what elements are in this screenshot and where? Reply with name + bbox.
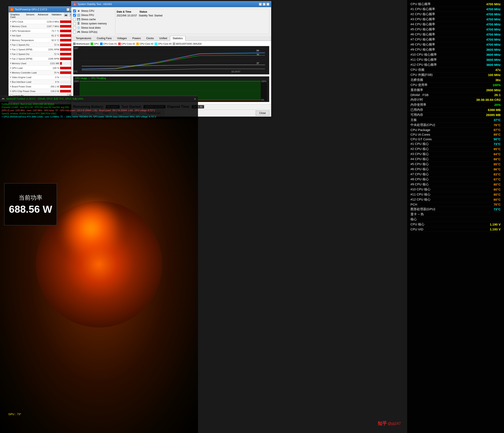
sensor-row-6: ▼ Fan 1 Speed (RPM) 2291 RPM xyxy=(9,47,79,52)
sensor-row-2: ▼ GPU Temperature 73.7 °C xyxy=(9,29,79,33)
right-value-24: 76°C xyxy=(494,123,501,127)
right-value-23: 37°C xyxy=(494,118,501,122)
stress-fpu-item: 🔢 Stress FPU xyxy=(73,13,115,17)
sensor-name-9: ▼ Memory Used xyxy=(9,62,43,65)
right-row-1: #1 CPU 核心频率 4700 MHz xyxy=(411,7,501,12)
tab-voltages[interactable]: Voltages xyxy=(114,36,130,41)
gpuz-menu-advanced[interactable]: Advanced xyxy=(37,13,49,19)
right-row-35: #8 CPU 核心 87°C xyxy=(411,177,501,182)
gpuz-menu-validation[interactable]: Validation xyxy=(51,13,63,19)
right-row-22: 可用内存 26085 MB xyxy=(411,112,501,117)
chart-legend: Motherboard CPU CPU Core #1 CPU Core #2 … xyxy=(73,43,269,45)
sensor-name-0: ▼ GPU Clock xyxy=(9,20,43,23)
furmark-line3: [GPU-Z] core: 1155 MHz - mem: 1187 MHz -… xyxy=(2,109,196,112)
gpuz-menu-graphics-card[interactable]: Graphics Card xyxy=(9,13,23,19)
aida-title: System Stability Test - AIDA64 xyxy=(78,3,112,6)
sensor-name-11: ▼ Memory Controller Load xyxy=(9,71,43,74)
legend-core2: CPU Core #2 xyxy=(118,43,135,45)
right-row-26: CPU IA Cores 89°C xyxy=(411,132,501,137)
stress-cache-checkbox[interactable] xyxy=(73,18,76,21)
sensor-name-4: ▼ Memory Temperature xyxy=(9,39,43,42)
tab-statistics[interactable]: Statistics xyxy=(170,36,186,41)
stress-memory-item: 🗄 Stress system memory xyxy=(73,21,115,26)
legend-wds: WDS100T3X0C-00SJG0 xyxy=(173,43,202,45)
stress-gpu-checkbox[interactable] xyxy=(73,31,76,34)
tab-cooling-fans[interactable]: Cooling Fans xyxy=(94,36,114,41)
sensor-name-13: ▼ Bus Interface Load xyxy=(9,81,43,83)
gpuz-camera-icon[interactable]: 📷 xyxy=(64,13,68,17)
legend-label-cpu: CPU xyxy=(94,43,99,45)
watermark: 知乎 @pj247 xyxy=(378,420,401,427)
tab-unified[interactable]: Unified xyxy=(156,36,170,41)
stress-fpu-checkbox[interactable] xyxy=(73,14,76,17)
gpuz-titlebar: G TechPowerUp GPU-Z 2.47.0 ─ □ ✕ xyxy=(9,7,79,12)
furmark-line4: OpenGL renderer: NVIDIA GeForce RTX 3080… xyxy=(2,112,196,115)
right-row-25: CPU Package 87°C xyxy=(411,128,501,132)
right-value-38: 80°C xyxy=(494,193,501,196)
stress-cache-label: Stress cache xyxy=(81,18,96,21)
right-row-41: 图形处理器(GPU) 73°C xyxy=(411,207,501,212)
svg-text:0°C: 0°C xyxy=(74,70,78,73)
gpuz-minimize-btn[interactable]: ─ xyxy=(67,8,70,11)
furmark-close-btn[interactable]: ✕ xyxy=(194,97,196,101)
right-row-27: CPU GT Cores 50°C xyxy=(411,137,501,142)
right-row-37: #10 CPU 核心 80°C xyxy=(411,187,501,192)
furmark-app-icon: 🎮 xyxy=(2,98,5,100)
right-label-26: CPU IA Cores xyxy=(411,133,430,136)
stress-cpu-icon: 🖥 xyxy=(77,9,80,13)
gpu-overlay: GPU：73° xyxy=(9,412,21,416)
right-label-10: #10 CPU 核心频率 xyxy=(411,53,437,57)
right-row-4: #4 CPU 核心频率 4700 MHz xyxy=(411,22,501,27)
sensor-value-9: 1151 MB xyxy=(43,62,60,65)
aida-restore-btn[interactable]: □ xyxy=(263,3,266,6)
right-row-44: CPU 核心 1.190 V xyxy=(411,222,501,227)
sensor-value-11: 70 % xyxy=(43,71,60,74)
right-label-32: #5 CPU 核心 xyxy=(411,162,429,166)
sensor-value-10: 100 % xyxy=(43,67,60,69)
sensor-name-15: ▼ GPU Chip Power Draw xyxy=(9,90,43,92)
right-value-45: 1.193 V xyxy=(490,227,501,231)
right-value-2: 4700 MHz xyxy=(486,12,501,16)
gpuz-menu-sensors[interactable]: Sensors xyxy=(25,13,35,19)
tab-powers[interactable]: Powers xyxy=(130,36,144,41)
right-row-42: 显卡 -- 热 xyxy=(411,212,501,217)
right-row-10: #10 CPU 核心频率 3600 MHz xyxy=(411,52,501,57)
stress-cpu-item: 🖥 Stress CPU xyxy=(73,9,115,13)
right-label-43: 核心 xyxy=(411,217,417,221)
right-label-25: CPU Package xyxy=(411,128,430,132)
right-label-40: PCH xyxy=(411,203,417,206)
close-button[interactable]: Close xyxy=(256,111,269,116)
right-row-15: 北桥倍频 36x xyxy=(411,78,501,82)
tab-temperatures[interactable]: Temperatures xyxy=(73,36,94,41)
right-value-3: 4700 MHz xyxy=(486,18,501,21)
stress-disk-item: 💿 Stress local disks xyxy=(73,26,115,30)
sensor-row-3: ▼ Hot Spot 81.3 °C xyxy=(9,33,79,38)
right-row-12: #12 CPU 核心频率 3600 MHz xyxy=(411,62,501,67)
right-value-34: 83°C xyxy=(494,172,501,176)
furmark-title: Geeks3D FurMark v1.30.0.0 - 155rafk, GPU… xyxy=(6,97,83,100)
svg-text:84: 84 xyxy=(257,49,259,52)
aida-minimize-btn[interactable]: ─ xyxy=(259,3,262,6)
right-label-9: #9 CPU 核心频率 xyxy=(411,48,435,52)
tab-clocks[interactable]: Clocks xyxy=(144,36,156,41)
legend-dot-core3 xyxy=(136,43,139,45)
right-label-7: #7 CPU 核心频率 xyxy=(411,37,435,42)
right-row-20: 内存使用率 20% xyxy=(411,102,501,108)
stress-disk-checkbox[interactable] xyxy=(73,26,76,29)
right-label-17: 显存频率 xyxy=(411,88,423,92)
right-row-24: 中央处理器(CPU) 76°C xyxy=(411,123,501,128)
stress-cpu-checkbox[interactable] xyxy=(73,9,76,12)
stress-memory-checkbox[interactable] xyxy=(73,22,76,25)
right-row-32: #5 CPU 核心 85°C xyxy=(411,162,501,167)
right-value-18: 26:1 xyxy=(494,93,501,97)
right-row-8: #8 CPU 核心频率 4700 MHz xyxy=(411,42,501,47)
sensor-value-4: 92.0 °C xyxy=(43,39,60,42)
right-label-29: #2 CPU 核心 xyxy=(411,147,429,151)
right-row-11: #11 CPU 核心频率 3600 MHz xyxy=(411,57,501,62)
right-value-10: 3600 MHz xyxy=(486,53,501,56)
aida-close-btn[interactable]: ✕ xyxy=(266,3,269,6)
furmark-line2: FrameNo:111483 - time:00:11:58 - FPS:155… xyxy=(2,106,196,109)
sensor-name-3: ▼ Hot Spot xyxy=(9,34,43,37)
watermark-site: 知乎 xyxy=(378,420,387,427)
sensor-value-13: 0 % xyxy=(43,81,60,83)
